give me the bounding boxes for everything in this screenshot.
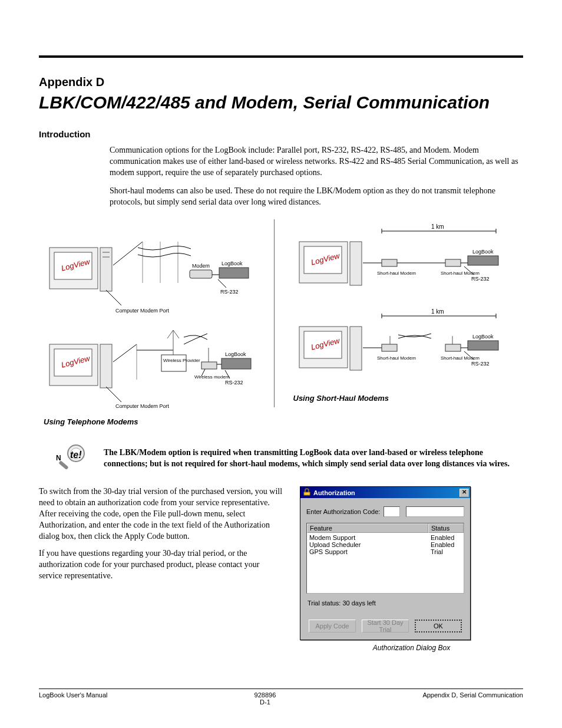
svg-text:LogBook: LogBook [472, 249, 494, 255]
diagrams-row: LogView Computer Modem Port Modem LogBoo… [39, 219, 523, 431]
trial-status-label: Trial status: 30 days left [308, 599, 463, 607]
svg-text:RS-232: RS-232 [225, 380, 243, 386]
diagram-shorthaul-label: Using Short-Haul Modems [293, 394, 519, 403]
diagrams-col-telephone-modems: LogView Computer Modem Port Modem LogBoo… [39, 219, 274, 431]
feature-row: Upload Scheduler Enabled [307, 541, 464, 548]
svg-line-25 [113, 344, 137, 362]
note-text: The LBK/Modem option is required when tr… [104, 443, 523, 470]
authorization-dialog: Authorization ✕ Enter Authorization Code… [300, 486, 471, 640]
svg-rect-52 [468, 256, 498, 265]
diagram-shorthaul-wired: 1 km LogView LogBook Short-haul Modem Sh… [293, 224, 505, 301]
svg-rect-84 [304, 492, 310, 495]
svg-text:N: N [56, 454, 61, 462]
authorization-row: To switch from the 30-day trial version … [39, 486, 523, 653]
svg-text:Modem: Modem [192, 263, 210, 269]
svg-rect-12 [190, 270, 212, 278]
svg-rect-66 [350, 327, 362, 370]
note-block: N te! The LBK/Modem option is required w… [39, 443, 523, 473]
diagram-landline-modem: LogView Computer Modem Port Modem LogBoo… [44, 224, 256, 318]
section-intro-heading: Introduction [39, 129, 523, 139]
intro-paragraph-1: Communication options for the LogBook in… [110, 145, 523, 179]
svg-text:Wireless modem: Wireless modem [194, 374, 230, 380]
chapter-title: LBK/COM/422/485 and Modem, Serial Commun… [39, 93, 523, 113]
features-list-box: Feature Status Modem Support Enabled Upl… [306, 523, 464, 594]
intro-paragraph-2: Short-haul modems can also be used. Thes… [110, 186, 523, 208]
svg-rect-47 [350, 242, 362, 285]
page-header-rule [39, 39, 523, 58]
svg-rect-71 [445, 344, 461, 351]
feature-name: Upload Scheduler [307, 541, 428, 548]
svg-text:Wireless Provider: Wireless Provider [163, 358, 200, 363]
svg-rect-14 [219, 268, 249, 278]
svg-rect-22 [100, 344, 112, 388]
apply-code-button[interactable]: Apply Code [309, 620, 356, 633]
dialog-titlebar[interactable]: Authorization ✕ [300, 487, 470, 498]
svg-text:te!: te! [70, 450, 82, 460]
feature-status: Enabled [428, 534, 464, 541]
feature-name: GPS Support [307, 548, 428, 555]
footer-center: 928896 D-1 [254, 691, 276, 706]
authorization-code-input[interactable] [406, 506, 464, 517]
authorization-code-input-prefix[interactable] [384, 506, 400, 517]
svg-text:RS-232: RS-232 [220, 289, 239, 295]
dialog-title: Authorization [313, 489, 355, 496]
svg-line-17 [218, 279, 226, 288]
svg-text:Short-haul Modem: Short-haul Modem [377, 271, 416, 276]
svg-rect-51 [445, 259, 461, 266]
svg-rect-35 [222, 358, 251, 369]
close-button[interactable]: ✕ [459, 489, 469, 497]
dialog-sys-icon [303, 488, 311, 498]
footer-left: LogBook User's Manual [39, 691, 107, 706]
feature-row: GPS Support Trial [307, 548, 464, 555]
svg-text:Short-haul Modem: Short-haul Modem [441, 355, 480, 361]
footer-right: Appendix D, Serial Communication [422, 691, 523, 706]
dialog-caption: Authorization Dialog Box [300, 644, 523, 653]
features-header-feature[interactable]: Feature [307, 523, 428, 533]
auth-paragraph-1: To switch from the 30-day trial version … [39, 486, 285, 542]
svg-text:RS-232: RS-232 [471, 276, 490, 282]
svg-rect-72 [468, 341, 498, 350]
svg-rect-68 [382, 344, 397, 351]
svg-rect-49 [382, 259, 397, 266]
start-30-day-trial-button[interactable]: Start 30 Day Trial [362, 620, 409, 633]
chapter-number: Appendix D [39, 75, 523, 89]
auth-paragraph-2: If you have questions regarding your 30-… [39, 548, 285, 582]
svg-text:RS-232: RS-232 [471, 361, 490, 367]
note-icon: N te! [39, 443, 104, 473]
diagram-wireless-modem: LogView Computer Modem Port Wireless Pro… [44, 327, 256, 409]
svg-text:Computer Modem Port: Computer Modem Port [115, 308, 170, 314]
svg-text:LogBook: LogBook [222, 261, 243, 266]
svg-rect-32 [201, 362, 217, 369]
svg-rect-3 [100, 248, 112, 291]
feature-row: Modem Support Enabled [307, 534, 464, 541]
page-footer: LogBook User's Manual 928896 D-1 Appendi… [39, 689, 523, 706]
svg-text:Computer Modem Port: Computer Modem Port [115, 403, 170, 409]
feature-name: Modem Support [307, 534, 428, 541]
svg-text:1 km: 1 km [431, 309, 444, 315]
svg-line-23 [106, 387, 121, 402]
diagram-shorthaul-wireless: 1 km LogView LogBook Short-haul Modem Sh… [293, 309, 505, 386]
svg-line-6 [106, 290, 121, 305]
svg-text:LogBook: LogBook [472, 334, 494, 340]
enter-authorization-label: Enter Authorization Code: [306, 508, 380, 515]
features-header-status[interactable]: Status [428, 523, 464, 533]
ok-button[interactable]: OK [415, 620, 462, 633]
diagrams-col-shorthaul-modems: 1 km LogView LogBook Short-haul Modem Sh… [274, 219, 524, 407]
svg-text:Short-haul Modem: Short-haul Modem [377, 355, 416, 361]
svg-text:1 km: 1 km [431, 224, 444, 230]
svg-line-8 [113, 242, 143, 265]
feature-status: Enabled [428, 541, 464, 548]
svg-text:LogBook: LogBook [225, 351, 246, 357]
diagram-telephone-label: Using Telephone Modems [44, 417, 269, 426]
feature-status: Trial [428, 548, 464, 555]
svg-text:Short-haul Modem: Short-haul Modem [441, 271, 480, 276]
